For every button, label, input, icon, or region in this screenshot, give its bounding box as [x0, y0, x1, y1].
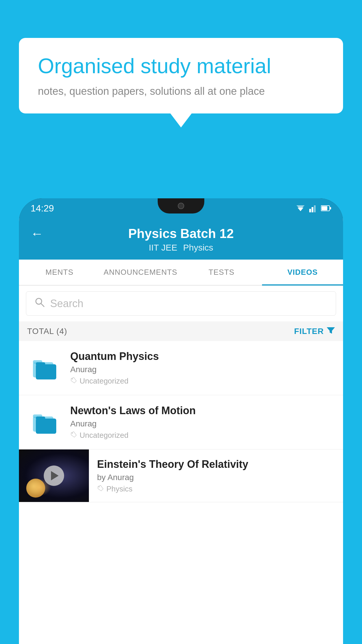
svg-rect-2 [309, 209, 311, 212]
svg-rect-3 [312, 207, 313, 212]
notch [158, 198, 204, 214]
svg-point-20 [72, 433, 73, 434]
video-tag-3: Physics [97, 484, 335, 494]
header-subtitle-physics: Physics [183, 243, 213, 253]
tab-announcements[interactable]: ANNOUNCEMENTS [100, 260, 181, 285]
list-item[interactable]: Newton's Laws of Motion Anurag Uncategor… [19, 395, 343, 449]
camera-dot [178, 203, 184, 209]
play-button[interactable] [44, 466, 64, 486]
app-content: ← Physics Batch 12 IIT JEE Physics MENTS… [19, 218, 343, 644]
video-list: Quantum Physics Anurag Uncategorized [19, 341, 343, 644]
video-info-1: Quantum Physics Anurag Uncategorized [70, 350, 335, 386]
speech-bubble: Organised study material notes, question… [19, 38, 343, 113]
header-title: Physics Batch 12 [128, 226, 234, 241]
svg-rect-4 [314, 205, 316, 212]
total-label: TOTAL (4) [27, 327, 67, 336]
back-button[interactable]: ← [31, 226, 43, 241]
svg-marker-1 [296, 205, 305, 209]
search-container: Search [19, 286, 343, 321]
video-tag-1: Uncategorized [70, 377, 335, 386]
status-bar: 14:29 [19, 198, 343, 218]
tag-icon-2 [70, 431, 77, 440]
svg-rect-14 [36, 362, 45, 366]
filter-icon [327, 326, 335, 336]
filter-label: FILTER [294, 327, 324, 336]
svg-point-21 [99, 486, 100, 487]
signal-icon [309, 204, 317, 212]
svg-marker-10 [327, 327, 335, 334]
phone-frame: 14:29 [19, 198, 343, 644]
video-title-2: Newton's Laws of Motion [70, 405, 335, 417]
status-icons [295, 204, 331, 212]
play-triangle-icon [51, 471, 59, 480]
tag-label-1: Uncategorized [80, 377, 129, 386]
svg-rect-6 [330, 207, 331, 209]
filter-button[interactable]: FILTER [294, 326, 335, 336]
search-icon [34, 297, 45, 310]
tab-tests[interactable]: TESTS [181, 260, 262, 285]
svg-line-9 [41, 304, 44, 307]
app-header: ← Physics Batch 12 IIT JEE Physics [19, 218, 343, 260]
search-bar[interactable]: Search [26, 291, 336, 316]
video-author-1: Anurag [70, 365, 335, 374]
filter-row: TOTAL (4) FILTER [19, 321, 343, 341]
tag-label-3: Physics [106, 484, 133, 494]
video-info-3: Einstein's Theory Of Relativity by Anura… [89, 450, 343, 502]
header-subtitle: IIT JEE Physics [149, 243, 213, 253]
tabs-bar: MENTS ANNOUNCEMENTS TESTS VIDEOS [19, 260, 343, 286]
search-placeholder: Search [50, 298, 83, 310]
tab-ments[interactable]: MENTS [19, 260, 100, 285]
video-title-1: Quantum Physics [70, 350, 335, 363]
list-item[interactable]: Quantum Physics Anurag Uncategorized [19, 341, 343, 395]
svg-rect-7 [321, 206, 327, 210]
video-author-3: by Anurag [97, 473, 335, 482]
header-subtitle-iitjee: IIT JEE [149, 243, 177, 253]
svg-rect-13 [36, 364, 56, 379]
video-thumb-2 [27, 405, 62, 440]
tab-videos[interactable]: VIDEOS [262, 260, 343, 285]
status-time: 14:29 [31, 203, 54, 214]
tag-icon-1 [70, 377, 77, 386]
battery-icon [321, 205, 331, 211]
video-author-2: Anurag [70, 419, 335, 428]
video-thumb-1 [27, 351, 62, 386]
video-title-3: Einstein's Theory Of Relativity [97, 458, 335, 470]
video-info-2: Newton's Laws of Motion Anurag Uncategor… [70, 405, 335, 440]
svg-rect-19 [36, 416, 45, 420]
svg-point-15 [72, 378, 73, 379]
tag-icon-3 [97, 484, 104, 494]
speech-bubble-container: Organised study material notes, question… [19, 38, 343, 113]
svg-rect-18 [36, 419, 56, 434]
wifi-icon [295, 204, 306, 212]
speech-bubble-subtitle: notes, question papers, solutions all at… [38, 85, 324, 97]
list-item[interactable]: Einstein's Theory Of Relativity by Anura… [19, 449, 343, 502]
speech-bubble-title: Organised study material [38, 54, 324, 78]
tag-label-2: Uncategorized [80, 431, 129, 440]
video-thumbnail-3 [19, 449, 89, 502]
video-tag-2: Uncategorized [70, 431, 335, 440]
